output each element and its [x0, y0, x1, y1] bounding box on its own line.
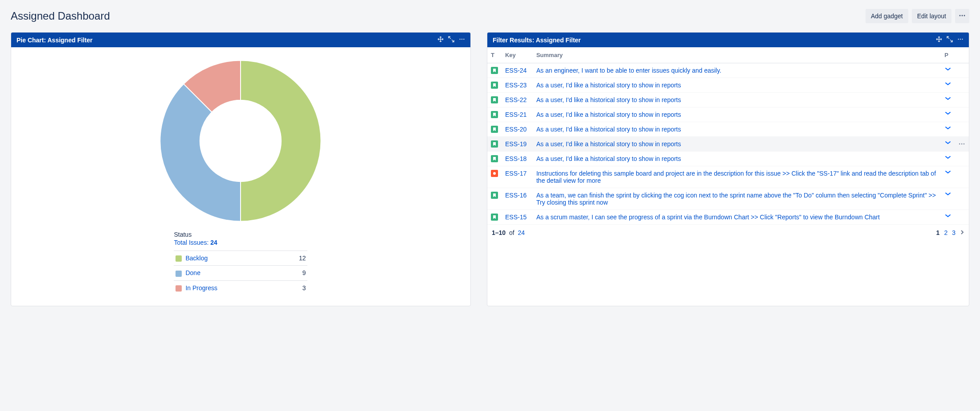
svg-point-7 [960, 39, 961, 40]
donut-slice-done[interactable] [160, 84, 241, 221]
issue-key-link[interactable]: ESS-21 [505, 111, 527, 118]
legend-total-value: 24 [210, 239, 217, 246]
col-header-summary[interactable]: Summary [533, 47, 941, 63]
issue-key-link[interactable]: ESS-18 [505, 155, 527, 162]
gadget-more-icon[interactable] [957, 36, 964, 44]
priority-low-icon [944, 155, 951, 160]
expand-icon[interactable] [947, 36, 953, 44]
issue-summary-link[interactable]: As a user, I'd like a historical story t… [536, 126, 681, 133]
priority-low-icon [944, 140, 951, 146]
story-type-icon [491, 126, 498, 133]
col-header-type[interactable]: T [487, 47, 502, 63]
priority-low-icon [944, 96, 951, 102]
issue-key-link[interactable]: ESS-16 [505, 192, 527, 199]
issue-summary-link[interactable]: As a user, I'd like a historical story t… [536, 155, 681, 162]
legend-row: In Progress3 [174, 280, 307, 295]
table-row[interactable]: ESS-17 Instructions for deleting this sa… [487, 166, 969, 188]
row-more-button[interactable]: ··· [959, 140, 965, 148]
svg-point-5 [463, 39, 464, 40]
svg-point-4 [461, 39, 462, 40]
story-type-icon [491, 214, 498, 221]
issue-summary-link[interactable]: As a team, we can finish the sprint by c… [536, 192, 936, 206]
issue-summary-link[interactable]: As a user, I'd like a historical story t… [536, 140, 681, 148]
legend-status-label: Status [174, 231, 307, 238]
table-row[interactable]: ESS-16 As a team, we can finish the spri… [487, 188, 969, 210]
legend-swatch [176, 255, 182, 262]
legend-value: 3 [282, 280, 308, 295]
legend-value: 12 [282, 251, 308, 266]
gadget-title: Pie Chart: Assigned Filter [16, 37, 93, 44]
table-row[interactable]: ESS-21 As a user, I'd like a historical … [487, 107, 969, 122]
issue-summary-link[interactable]: As a user, I'd like a historical story t… [536, 82, 681, 89]
issue-key-link[interactable]: ESS-15 [505, 214, 527, 221]
donut-chart [22, 56, 460, 226]
table-row[interactable]: ESS-19 As a user, I'd like a historical … [487, 137, 969, 152]
legend-swatch [176, 271, 182, 277]
results-range: 1–10 of 24 [492, 229, 525, 236]
legend-swatch [176, 285, 182, 292]
priority-low-icon [944, 214, 951, 219]
story-type-icon [491, 140, 498, 148]
legend-table: Backlog12Done9In Progress3 [174, 251, 307, 295]
priority-low-icon [944, 111, 951, 116]
table-row[interactable]: ESS-18 As a user, I'd like a historical … [487, 152, 969, 166]
page-3[interactable]: 3 [952, 229, 956, 236]
issue-summary-link[interactable]: As a user, I'd like a historical story t… [536, 111, 681, 118]
priority-low-icon [944, 192, 951, 197]
issue-key-link[interactable]: ESS-20 [505, 126, 527, 133]
svg-point-3 [459, 39, 460, 40]
filter-results-table: T Key Summary P ESS-24 As an engineer, I… [487, 47, 969, 225]
move-icon[interactable] [936, 36, 942, 44]
pie-chart-gadget: Pie Chart: Assigned Filter Status Total … [11, 32, 471, 306]
gadget-title: Filter Results: Assigned Filter [493, 37, 581, 44]
svg-point-1 [962, 15, 963, 16]
col-header-key[interactable]: Key [502, 47, 533, 63]
add-gadget-button[interactable]: Add gadget [866, 9, 908, 23]
issue-summary-link[interactable]: As a scrum master, I can see the progres… [536, 214, 880, 221]
next-page-icon[interactable] [960, 229, 964, 236]
legend-row: Done9 [174, 266, 307, 280]
legend-total[interactable]: Total Issues: 24 [174, 239, 307, 246]
legend-name[interactable]: Backlog [185, 255, 208, 262]
legend-row: Backlog12 [174, 251, 307, 266]
bug-type-icon [491, 170, 498, 177]
table-row[interactable]: ESS-15 As a scrum master, I can see the … [487, 210, 969, 225]
gadget-more-icon[interactable] [459, 36, 465, 44]
issue-key-link[interactable]: ESS-24 [505, 67, 527, 74]
issue-summary-link[interactable]: As an engineer, I want to be able to ent… [536, 67, 721, 74]
filter-results-gadget: Filter Results: Assigned Filter T Key Su… [487, 32, 969, 306]
donut-slice-backlog[interactable] [241, 61, 321, 222]
legend-name[interactable]: In Progress [185, 284, 217, 292]
table-row[interactable]: ESS-24 As an engineer, I want to be able… [487, 63, 969, 78]
svg-point-8 [962, 39, 963, 40]
story-type-icon [491, 192, 498, 199]
col-header-priority[interactable]: P [941, 47, 955, 63]
table-row[interactable]: ESS-20 As a user, I'd like a historical … [487, 122, 969, 137]
story-type-icon [491, 96, 498, 103]
story-type-icon [491, 82, 498, 89]
table-row[interactable]: ESS-23 As a user, I'd like a historical … [487, 78, 969, 93]
issue-summary-link[interactable]: Instructions for deleting this sample bo… [536, 170, 936, 184]
story-type-icon [491, 67, 498, 74]
header-actions: Add gadget Edit layout [866, 9, 969, 23]
issue-key-link[interactable]: ESS-17 [505, 170, 527, 177]
svg-point-0 [960, 15, 961, 16]
issue-key-link[interactable]: ESS-22 [505, 96, 527, 103]
priority-low-icon [944, 67, 951, 72]
svg-point-6 [958, 39, 959, 40]
edit-layout-button[interactable]: Edit layout [912, 9, 951, 23]
expand-icon[interactable] [448, 36, 454, 44]
story-type-icon [491, 111, 498, 118]
table-row[interactable]: ESS-22 As a user, I'd like a historical … [487, 93, 969, 107]
more-icon [959, 12, 966, 21]
issue-key-link[interactable]: ESS-23 [505, 82, 527, 89]
page-2[interactable]: 2 [944, 229, 947, 236]
legend-name[interactable]: Done [185, 269, 200, 276]
page-title: Assigned Dashboard [11, 10, 110, 22]
priority-low-icon [944, 126, 951, 131]
issue-key-link[interactable]: ESS-19 [505, 140, 527, 148]
story-type-icon [491, 155, 498, 162]
issue-summary-link[interactable]: As a user, I'd like a historical story t… [536, 96, 681, 103]
move-icon[interactable] [437, 36, 444, 44]
dashboard-more-button[interactable] [955, 9, 969, 23]
